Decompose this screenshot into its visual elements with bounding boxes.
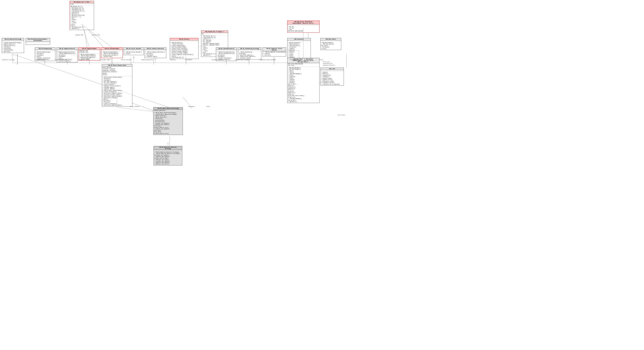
box-title: TAO_EC_Dispatching bbox=[35, 48, 55, 50]
box-title: TAO_EC_Scheduling_Strategy bbox=[238, 48, 261, 50]
box-attrs bbox=[124, 50, 144, 51]
box-attrs bbox=[2, 41, 24, 42]
box-title: TAO_EC_Event_Channel_Base bbox=[102, 64, 132, 67]
box-tao-ec-basic-observerstrategy: TAO_EC_Basic_ObserverStrategy #handle_ge… bbox=[153, 107, 183, 135]
box-attrs bbox=[101, 50, 122, 51]
svg-marker-42 bbox=[12, 54, 14, 56]
box-attrs: ACE_ALLOC_HOOK_DECLARE #cur_size_ bbox=[288, 63, 319, 67]
box-attrs bbox=[238, 50, 261, 51]
box-ace-map-entry: ACE_Map_Entry< RtaecEventChannelAdmin::O… bbox=[287, 21, 320, 33]
box-ace-allocator: ACE_Allocator + delete_allocator_ + ACE_… bbox=[287, 38, 311, 59]
box-title: TAO_EC_Reactive_ObserverStrategy bbox=[154, 146, 182, 150]
box-tao-ec-consumeradmin: TAO_EC_ConsumerAdmin + TAO_EC_ConsumerAd… bbox=[101, 47, 123, 58]
box-attrs: #supplier_poa_ #consumer_poa_ bbox=[78, 50, 100, 54]
svg-line-49 bbox=[183, 97, 192, 107]
box-title: ACE_Map_Entry< RtaecEventChannelAdmin::O… bbox=[288, 21, 319, 24]
box-title: TAO_EC_SupplierAdmin bbox=[78, 48, 100, 50]
label-dispatching: #dispatching_ bbox=[36, 59, 44, 61]
box-title: TAO_EC_ConsumerControl bbox=[216, 48, 236, 50]
label-default-poa1: _default_POA_ bbox=[75, 35, 84, 36]
box-tao-ec-supplieradmin: TAO_EC_SupplierAdmin #supplier_poa_ #con… bbox=[78, 47, 100, 61]
box-methods: + TAO_EC_Reactive_Observer_Strategy() + … bbox=[154, 151, 182, 165]
label-search-structure: #search_structure_ bbox=[323, 65, 335, 66]
box-methods: + ~TAO_EC_Supplier_Filter(Builder) + cre… bbox=[263, 51, 286, 56]
box-methods: + TAO_EC_Event_Channel_Base() + activate… bbox=[102, 76, 132, 106]
box-tao-ec-timeout-generator: TAO_EC_Timeout_Generator + ~TAO_EC_Timeo… bbox=[144, 47, 166, 58]
box-title: TAO_EC_SupplierControl bbox=[57, 48, 77, 50]
label-and-24-more: and 24 more bbox=[338, 114, 345, 116]
box-tao-ec-event-channel-base: TAO_EC_Event_Channel_Base #cons_factory_… bbox=[102, 64, 132, 106]
box-title: TAO_EC_Filter_Builder bbox=[124, 48, 144, 50]
svg-line-18 bbox=[12, 54, 170, 108]
svg-marker-57 bbox=[133, 56, 134, 58]
box-attrs bbox=[216, 50, 236, 51]
box-methods: TAO_ObjVal_Var_T() + TAO_ObjVal_Var_T() … bbox=[70, 6, 94, 30]
diagram-container: TAO_ObjVal_Var_T< POA > # ptr_ TAO_ObjVa… bbox=[0, 0, 644, 350]
box-title: ACE_Map_Manager< RtaecEventChannelAdmin:… bbox=[288, 58, 319, 63]
box-tao-ec-dispatching: TAO_EC_Dispatching + TAO_EC_Dispatching(… bbox=[35, 47, 55, 61]
label-default-poa2: _default_POA_ bbox=[92, 35, 100, 36]
label-observer-strategy: #observer_strategy_ bbox=[2, 59, 15, 61]
box-methods: + ACE_Map_Manager() + ACE_Map_Manager() … bbox=[288, 67, 319, 103]
label-scheduling-strategy: #scheduling_strategy_ bbox=[235, 59, 249, 61]
box-methods: + ext_id_ + int_id_ + next_ ACE_ALLOC_HO… bbox=[288, 26, 319, 32]
box-methods: + ~TAO_EC_Filter_Builder() + build() bbox=[124, 51, 144, 55]
box-tao-ec-factory: TAO_EC_Factory + TAO_EC_Factory() + ~TAO… bbox=[170, 38, 198, 59]
svg-marker-46 bbox=[112, 62, 114, 64]
label-supplier-admin: #supplier_admin_ bbox=[79, 59, 90, 61]
label-filter-builder: #filter_builder_ bbox=[121, 59, 132, 61]
box-title: TAO_EC_Timeout_Generator bbox=[145, 48, 166, 50]
box-title: POA_RtaecEventChannelAdmin::EventChannel bbox=[26, 38, 50, 42]
box-tao-ec-consumercontrol: TAO_EC_ConsumerControl + ~TAO_EC_Consume… bbox=[216, 47, 237, 61]
box-attrs bbox=[288, 41, 310, 42]
box-attrs: #handle_generator_ bbox=[154, 110, 183, 112]
box-tao-ec-supplier-filter-builder: TAO_EC_Supplier_FilterBuilder + ~TAO_EC_… bbox=[262, 47, 286, 57]
box-attrs: ptr_ bbox=[201, 33, 228, 35]
box-methods: + ~TAO_EC_Timeout_Generator() + activate… bbox=[145, 51, 166, 58]
box-methods: + ~TAO_EC_ObserverStrategy() + append_ob… bbox=[2, 42, 24, 53]
label-occupied-list: #occupied_list_ bbox=[323, 63, 333, 64]
box-methods bbox=[26, 43, 50, 45]
label-lock2: #lock_ bbox=[206, 106, 210, 107]
box-attrs bbox=[170, 41, 198, 42]
box-tao-ec-filter-builder: TAO_EC_Filter_Builder + ~TAO_EC_Filter_B… bbox=[124, 47, 144, 55]
label-supplier-control: #supplier_control_ bbox=[55, 59, 67, 61]
box-attrs bbox=[26, 42, 50, 43]
label-observers: #observers_ bbox=[188, 106, 196, 107]
box-methods: + TAO_EC_Factory() + ~TAO_EC_Factory() +… bbox=[170, 42, 198, 59]
box-methods: + TAO_EC_ConsumerAdmin() + ~TAO_EC_Consu… bbox=[101, 51, 122, 58]
box-attrs bbox=[35, 50, 55, 51]
label-factory: #factory_ bbox=[170, 59, 176, 61]
box-title: ACE_Null_Mutex bbox=[320, 38, 341, 41]
svg-marker-62 bbox=[273, 58, 275, 59]
box-methods: + ACE_Null_Mutex() + ~ACE_Null_Mutex() a… bbox=[320, 42, 341, 50]
box-tao-ec-observerstrategy: TAO_EC_ObserverStrategy + ~TAO_EC_Observ… bbox=[2, 38, 24, 53]
box-methods: + remove() + acquire() + tryacquire() + … bbox=[320, 71, 344, 85]
label-supplier-filter-builder: #supplier_filter_builder_ bbox=[260, 59, 276, 61]
box-attrs bbox=[57, 50, 77, 51]
box-methods: + TAO_EC_SupplierControl() + ~TAO_EC_Sup… bbox=[57, 51, 77, 62]
box-tao-ec-schedulingstrategy: TAO_EC_Scheduling_Strategy + ~TAO_EC_Sch… bbox=[238, 47, 261, 59]
label-lock: #lock_ bbox=[320, 59, 324, 61]
box-title: TAO_ObjVal_Var_T< POA > bbox=[70, 1, 94, 3]
label-scheduler: #scheduler_ bbox=[186, 59, 193, 61]
label-timeout-generator: #timeout_generator_ bbox=[141, 59, 154, 61]
box-methods: + TAO_EC_Basic_ObserverStrategy() + ~TAO… bbox=[154, 112, 183, 135]
box-title: ACE_Lock bbox=[320, 68, 344, 70]
box-title: TAO_EC_Supplier_FilterBuilder bbox=[263, 48, 286, 51]
svg-marker-44 bbox=[167, 143, 169, 145]
box-attrs bbox=[145, 50, 166, 51]
box-poa-rtaec: POA_RtaecEventChannelAdmin::EventChannel bbox=[26, 38, 50, 45]
svg-line-40 bbox=[117, 107, 153, 112]
box-tao-ec-reactive-observerstrategy: TAO_EC_Reactive_ObserverStrategy + TAO_E… bbox=[154, 146, 182, 165]
label-consumer-control: #consumer_control_ bbox=[212, 59, 224, 61]
label-consumer-admin: #consumer_admin_ bbox=[100, 59, 111, 61]
box-title: TAO_EC_ConsumerAdmin bbox=[101, 48, 122, 50]
box-title: TAO_Pseudo_Var_T< Object > bbox=[201, 31, 228, 33]
label-allocator: #allocator_ bbox=[290, 59, 297, 61]
box-attrs: #cons_factory_ #consumer_reconnect #supp… bbox=[102, 67, 132, 76]
box-attrs bbox=[288, 24, 319, 26]
box-title: TAO_EC_Factory bbox=[170, 38, 198, 41]
box-methods: + delete_allocator_ + ACE_Allocator() + … bbox=[288, 42, 310, 59]
box-attrs bbox=[154, 150, 182, 151]
